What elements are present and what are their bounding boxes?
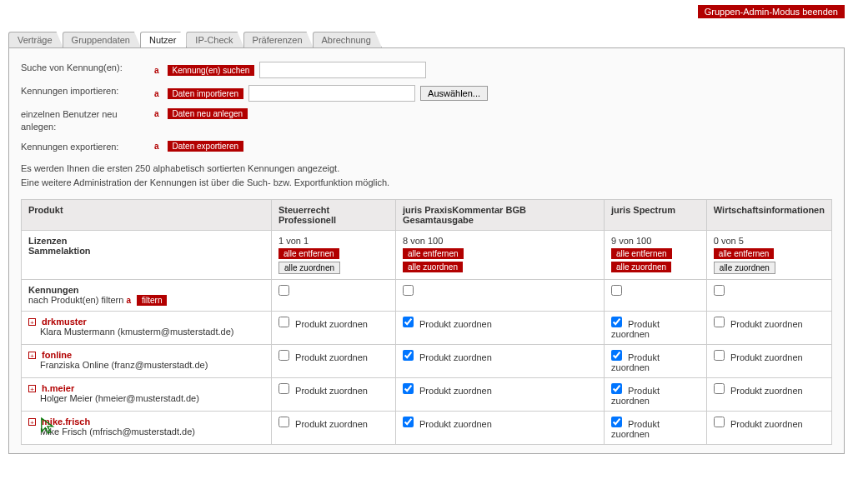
filter-chk-3[interactable]: [714, 285, 725, 296]
expand-icon[interactable]: +: [28, 385, 36, 392]
user-login-1[interactable]: fonline: [42, 350, 72, 360]
choose-file-button[interactable]: Auswählen...: [420, 86, 488, 101]
info-line1: Es werden Ihnen die ersten 250 alphabeti…: [21, 162, 832, 176]
marker-icon: a: [126, 296, 131, 305]
info-line2: Eine weitere Administration der Kennunge…: [21, 176, 832, 190]
marker-icon: a: [154, 89, 159, 98]
assign-chk-1-1[interactable]: [403, 350, 414, 361]
remove-all-1[interactable]: alle entfernen: [403, 248, 464, 259]
assign-all-3[interactable]: alle zuordnen: [714, 262, 775, 274]
kennungen-label: Kennungen: [28, 285, 264, 295]
user-detail-2: Holger Meier (hmeier@musterstadt.de): [40, 393, 199, 403]
user-detail-3: Mike Frisch (mfrisch@musterstadt.de): [40, 427, 195, 437]
tab-bar: Verträge Gruppendaten Nutzer IP-Check Pr…: [8, 32, 853, 47]
marker-icon: a: [154, 109, 159, 118]
assign-label: Produkt zuordnen: [730, 386, 803, 396]
marker-icon: a: [154, 142, 159, 151]
remove-all-2[interactable]: alle entfernen: [611, 248, 672, 259]
assign-chk-3-1[interactable]: [403, 417, 414, 427]
th-product-2: juris Spectrum: [605, 200, 707, 231]
filter-label: nach Produkt(en) filtern: [28, 295, 123, 305]
filter-chk-1[interactable]: [403, 285, 414, 296]
license-count-3: 0 von 5: [714, 236, 744, 246]
expand-icon[interactable]: +: [28, 352, 36, 359]
assign-chk-2-3[interactable]: [714, 383, 725, 394]
th-product-1: juris PraxisKommentar BGB Gesamtausgabe: [395, 200, 604, 231]
kennungen-cell: Kennungen nach Produkt(en) filtern a fil…: [22, 280, 272, 312]
remove-all-0[interactable]: alle entfernen: [278, 248, 339, 259]
new-user-button[interactable]: Daten neu anlegen: [168, 108, 248, 119]
import-label: Kennungen importieren:: [21, 85, 154, 97]
assign-chk-2-0[interactable]: [278, 383, 289, 394]
marker-icon: a: [154, 66, 159, 75]
bulk-label: Sammelaktion: [28, 246, 264, 256]
assign-label: Produkt zuordnen: [295, 319, 368, 329]
assign-label: Produkt zuordnen: [419, 319, 492, 329]
assign-chk-1-0[interactable]: [278, 350, 289, 361]
assign-label: Produkt zuordnen: [730, 352, 803, 362]
product-table: Produkt Steuerrecht Professionell juris …: [21, 199, 832, 445]
user-login-2[interactable]: h.meier: [42, 383, 74, 393]
filter-button[interactable]: filtern: [137, 295, 167, 306]
assign-all-0[interactable]: alle zuordnen: [278, 262, 340, 274]
search-input[interactable]: [259, 62, 426, 78]
assign-label: Produkt zuordnen: [730, 419, 803, 429]
assign-chk-1-2[interactable]: [611, 350, 622, 361]
search-label: Suche von Kennung(en):: [21, 62, 154, 74]
assign-label: Produkt zuordnen: [295, 352, 368, 362]
assign-chk-0-1[interactable]: [403, 317, 414, 327]
newuser-label: einzelnen Benutzer neu anlegen:: [21, 108, 154, 134]
assign-label: Produkt zuordnen: [419, 419, 492, 429]
tab-gruppendaten[interactable]: Gruppendaten: [63, 32, 141, 47]
assign-label: Produkt zuordnen: [419, 386, 492, 396]
expand-icon[interactable]: +: [28, 418, 36, 426]
assign-chk-2-1[interactable]: [403, 383, 414, 394]
tab-nutzer[interactable]: Nutzer: [140, 32, 187, 47]
filter-chk-0[interactable]: [278, 285, 289, 296]
expand-icon[interactable]: +: [28, 318, 36, 326]
th-product-3: Wirtschaftsinformationen: [706, 200, 831, 231]
export-label: Kennungen exportieren:: [21, 141, 154, 153]
search-kennung-button[interactable]: Kennung(en) suchen: [168, 65, 255, 76]
tab-ipcheck[interactable]: IP-Check: [186, 32, 243, 47]
licenses-label: Lizenzen: [28, 236, 264, 246]
tab-praeferenzen[interactable]: Präferenzen: [243, 32, 314, 47]
assign-label: Produkt zuordnen: [730, 319, 803, 329]
import-button[interactable]: Daten importieren: [168, 88, 243, 99]
tab-vertraege[interactable]: Verträge: [8, 32, 63, 47]
assign-chk-0-3[interactable]: [714, 317, 725, 327]
content-panel: Suche von Kennung(en): a Kennung(en) suc…: [8, 47, 845, 454]
info-text: Es werden Ihnen die ersten 250 alphabeti…: [21, 162, 832, 189]
user-login-3[interactable]: mike.frisch: [42, 417, 90, 427]
assign-label: Produkt zuordnen: [295, 386, 368, 396]
filter-chk-2[interactable]: [611, 285, 622, 296]
assign-label: Produkt zuordnen: [295, 419, 368, 429]
tab-abrechnung[interactable]: Abrechnung: [313, 32, 382, 47]
export-button[interactable]: Daten exportieren: [168, 141, 244, 152]
user-detail-0: Klara Mustermann (kmusterm@musterstadt.d…: [40, 327, 233, 337]
import-file-field[interactable]: [248, 85, 415, 102]
license-count-1: 8 von 100: [403, 236, 443, 246]
assign-chk-2-2[interactable]: [611, 383, 622, 394]
assign-label: Produkt zuordnen: [419, 352, 492, 362]
th-product-0: Steuerrecht Professionell: [272, 200, 396, 231]
licenses-row-head: Lizenzen Sammelaktion: [22, 231, 272, 280]
assign-all-2[interactable]: alle zuordnen: [611, 262, 671, 272]
exit-admin-button[interactable]: Gruppen-Admin-Modus beenden: [698, 5, 845, 18]
assign-chk-3-0[interactable]: [278, 417, 289, 427]
user-login-0[interactable]: drkmuster: [42, 317, 87, 327]
license-count-2: 9 von 100: [611, 236, 651, 246]
assign-chk-3-2[interactable]: [611, 417, 622, 427]
th-produkt: Produkt: [22, 200, 272, 231]
remove-all-3[interactable]: alle entfernen: [714, 248, 775, 259]
assign-chk-0-0[interactable]: [278, 317, 289, 327]
assign-all-1[interactable]: alle zuordnen: [403, 262, 463, 272]
license-count-0: 1 von 1: [278, 236, 309, 246]
assign-chk-3-3[interactable]: [714, 417, 725, 427]
assign-chk-0-2[interactable]: [611, 317, 622, 327]
user-detail-1: Franziska Online (franz@musterstadt.de): [40, 360, 208, 370]
assign-chk-1-3[interactable]: [714, 350, 725, 361]
